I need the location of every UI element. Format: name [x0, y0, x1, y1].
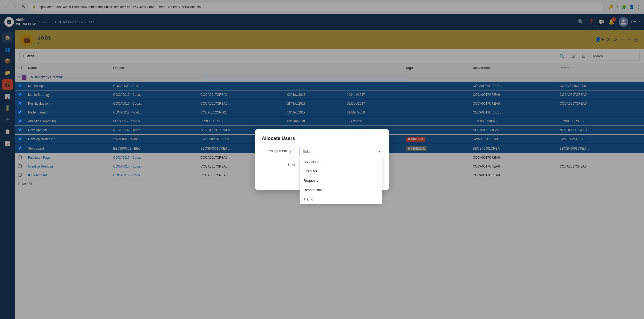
option-requester[interactable]: Requester: [300, 176, 382, 185]
select-container: ▾ Associated Executor Requester Responsi…: [300, 147, 382, 156]
assignment-type-label: Assignment Type:: [262, 147, 296, 153]
option-responsible[interactable]: Responsible: [300, 185, 382, 195]
allocate-users-modal: Allocate Users Assignment Type: ▾ Associ…: [255, 129, 389, 190]
modal-overlay[interactable]: Allocate Users Assignment Type: ▾ Associ…: [0, 0, 644, 319]
assignment-type-select[interactable]: [300, 147, 382, 156]
select-wrapper: ▾ Associated Executor Requester Responsi…: [300, 147, 382, 156]
option-executor[interactable]: Executor: [300, 166, 382, 176]
modal-title: Allocate Users: [262, 136, 382, 141]
option-associated[interactable]: Associated: [300, 157, 382, 166]
option-traffic[interactable]: Traffic: [300, 195, 382, 204]
dropdown-list: Associated Executor Requester Responsibl…: [300, 157, 382, 204]
assignment-type-field: ▾ Associated Executor Requester Responsi…: [300, 147, 382, 156]
assignment-type-row: Assignment Type: ▾ Associated Executor R…: [262, 147, 382, 156]
user-label: User:: [262, 161, 296, 167]
